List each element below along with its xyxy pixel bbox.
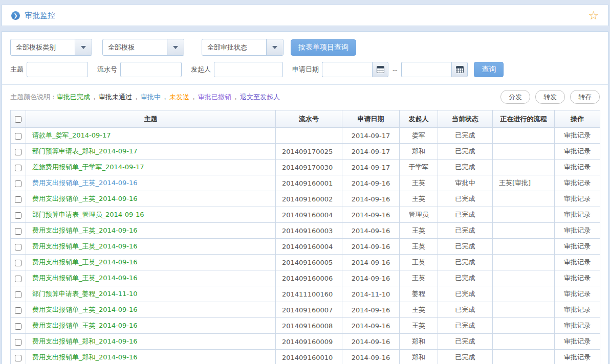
- serial-input[interactable]: [120, 62, 182, 77]
- subject-link[interactable]: 差旅费用报销单_于学军_2014-09-17: [32, 163, 144, 171]
- approval-record-link[interactable]: 审批记录: [564, 131, 591, 139]
- col-serial: 流水号: [276, 110, 342, 128]
- select-all-checkbox[interactable]: [15, 116, 21, 123]
- form-item-query-button[interactable]: 按表单项目查询: [291, 39, 356, 56]
- process-cell: [493, 350, 555, 364]
- row-checkbox[interactable]: [15, 165, 21, 171]
- date-from-input[interactable]: [322, 62, 372, 77]
- approval-status-select[interactable]: 全部审批状态: [202, 39, 284, 56]
- legend-label: 主题颜色说明：: [10, 93, 57, 102]
- row-select-cell: [11, 144, 26, 160]
- initiator-cell: 王英: [400, 223, 438, 239]
- subject-link[interactable]: 费用支出报销单_王英_2014-09-16: [32, 258, 138, 266]
- subject-link[interactable]: 费用支出报销单_王英_2014-09-16: [32, 226, 138, 234]
- initiator-cell: 王英: [400, 302, 438, 318]
- subject-link[interactable]: 请款单_娄军_2014-09-17: [32, 131, 111, 139]
- template-select[interactable]: 全部模板: [102, 39, 184, 56]
- subject-link[interactable]: 费用支出报销单_王英_2014-09-16: [32, 179, 138, 187]
- col-process: 正在进行的流程: [493, 110, 555, 128]
- row-select-cell: [11, 160, 26, 175]
- chevron-down-icon[interactable]: [75, 39, 92, 55]
- approval-record-link[interactable]: 审批记录: [564, 322, 591, 329]
- approval-record-link[interactable]: 审批记录: [564, 306, 591, 313]
- date-to-input[interactable]: [401, 62, 451, 77]
- distribute-button[interactable]: 分发: [500, 90, 530, 104]
- approval-record-link[interactable]: 审批记录: [564, 337, 591, 345]
- row-checkbox[interactable]: [15, 307, 21, 314]
- calendar-icon[interactable]: [451, 62, 468, 77]
- approval-record-link[interactable]: 审批记录: [564, 147, 591, 155]
- subject-link[interactable]: 费用支出报销单_王英_2014-09-16: [32, 195, 138, 202]
- row-checkbox[interactable]: [15, 260, 21, 266]
- subject-link[interactable]: 部门预算申请表_姜程_2014-11-10: [32, 290, 138, 298]
- template-select-value: 全部模板: [103, 39, 167, 55]
- serial-cell: [276, 128, 342, 144]
- initiator-cell: 王英: [400, 239, 438, 255]
- operation-cell: 审批记录: [555, 207, 600, 223]
- col-status: 当前状态: [438, 110, 493, 128]
- process-cell: [493, 207, 555, 223]
- row-select-cell: [11, 350, 26, 364]
- approval-record-link[interactable]: 审批记录: [564, 211, 591, 218]
- row-checkbox[interactable]: [15, 355, 21, 361]
- row-checkbox[interactable]: [15, 291, 21, 298]
- filter-row-selects: 全部模板类别 全部模板 全部审批状态 按表单项目查询: [10, 39, 600, 56]
- table-row: 费用支出报销单_郑和_2014-09-162014091600092014-09…: [11, 334, 600, 350]
- calendar-icon[interactable]: [372, 62, 388, 77]
- initiator-cell: 王英: [400, 318, 438, 334]
- approval-record-link[interactable]: 审批记录: [564, 274, 591, 282]
- subject-link[interactable]: 费用支出报销单_王英_2014-09-16: [32, 306, 138, 313]
- query-button[interactable]: 查询: [474, 62, 504, 77]
- operation-cell: 审批记录: [555, 160, 600, 175]
- row-checkbox[interactable]: [15, 244, 21, 251]
- subject-link[interactable]: 部门预算申请表_郑和_2014-09-17: [32, 147, 138, 155]
- operation-cell: 审批记录: [555, 255, 600, 270]
- row-checkbox[interactable]: [15, 276, 21, 282]
- subject-link[interactable]: 费用支出报销单_王英_2014-09-16: [32, 274, 138, 282]
- row-checkbox[interactable]: [15, 149, 21, 155]
- approval-record-link[interactable]: 审批记录: [564, 290, 591, 298]
- operation-cell: 审批记录: [555, 144, 600, 160]
- filter-section: 全部模板类别 全部模板 全部审批状态 按表单项目查询 主题 流水号 发起人 申请…: [2, 32, 608, 84]
- row-checkbox[interactable]: [15, 180, 21, 187]
- approval-record-link[interactable]: 审批记录: [564, 179, 591, 187]
- row-checkbox[interactable]: [15, 133, 21, 140]
- approval-record-link[interactable]: 审批记录: [564, 353, 591, 361]
- date-cell: 2014-09-16: [342, 175, 400, 191]
- subject-link[interactable]: 费用支出报销单_郑和_2014-09-16: [32, 353, 138, 361]
- legend-item: 审批已完成: [57, 93, 90, 101]
- chevron-down-icon[interactable]: [167, 39, 184, 55]
- row-checkbox[interactable]: [15, 228, 21, 235]
- legend-separator: ，: [190, 93, 197, 101]
- status-cell: 已完成: [438, 144, 493, 160]
- serial-cell: 201409160004: [276, 239, 342, 255]
- chevron-down-icon[interactable]: [266, 39, 283, 55]
- subject-link[interactable]: 费用支出报销单_王英_2014-09-16: [32, 242, 138, 250]
- table-row: 部门预算申请表_郑和_2014-09-172014091700252014-09…: [11, 144, 600, 160]
- table-row: 费用支出报销单_王英_2014-09-162014091600052014-09…: [11, 255, 600, 270]
- subject-link[interactable]: 费用支出报销单_王英_2014-09-16: [32, 322, 138, 329]
- row-checkbox[interactable]: [15, 196, 21, 203]
- row-checkbox[interactable]: [15, 323, 21, 330]
- forward-button[interactable]: 转发: [535, 90, 565, 104]
- initiator-input[interactable]: [214, 62, 283, 77]
- row-checkbox[interactable]: [15, 212, 21, 219]
- process-cell: 王英[审批]: [493, 175, 555, 191]
- favorite-star-icon[interactable]: ☆: [588, 10, 599, 21]
- subject-input[interactable]: [27, 62, 88, 77]
- subject-link[interactable]: 部门预算申请表_管理员_2014-09-16: [32, 211, 144, 218]
- operation-cell: 审批记录: [555, 286, 600, 302]
- approval-record-link[interactable]: 审批记录: [564, 163, 591, 171]
- approval-record-link[interactable]: 审批记录: [564, 242, 591, 250]
- process-cell: [493, 128, 555, 144]
- legend-separator: ，: [232, 93, 239, 101]
- approval-record-link[interactable]: 审批记录: [564, 226, 591, 234]
- approval-record-link[interactable]: 审批记录: [564, 195, 591, 202]
- date-range-separator: --: [393, 66, 397, 74]
- approval-record-link[interactable]: 审批记录: [564, 258, 591, 266]
- status-cell: 已完成: [438, 239, 493, 255]
- transfer-save-button[interactable]: 转存: [570, 90, 600, 104]
- template-category-select[interactable]: 全部模板类别: [10, 39, 92, 56]
- row-checkbox[interactable]: [15, 339, 21, 346]
- subject-link[interactable]: 费用支出报销单_郑和_2014-09-16: [32, 337, 138, 345]
